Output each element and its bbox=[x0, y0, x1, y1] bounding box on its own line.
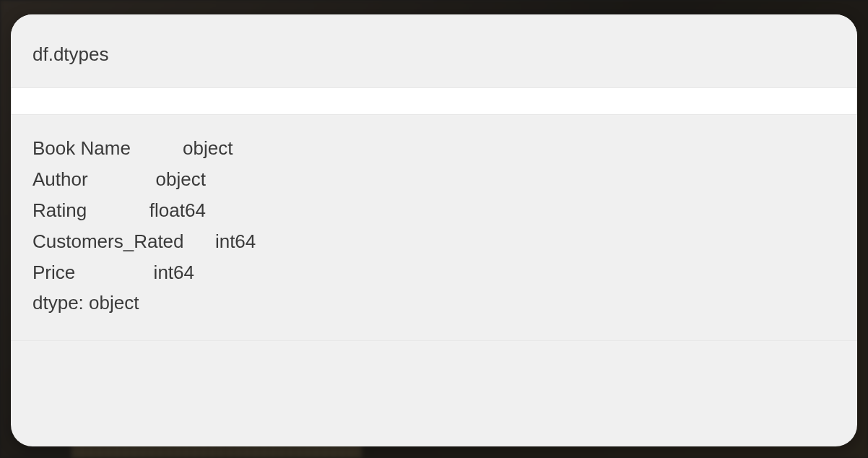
output-row: Author object bbox=[32, 164, 836, 195]
output-col-dtype: object bbox=[183, 137, 233, 159]
code-output-cell: Book Name object Author object Rating fl… bbox=[11, 114, 857, 341]
output-col-dtype: float64 bbox=[149, 199, 206, 221]
output-footer: dtype: object bbox=[32, 288, 836, 319]
card-footer-space bbox=[11, 341, 857, 384]
output-row: Book Name object bbox=[32, 133, 836, 164]
output-row: Rating float64 bbox=[32, 195, 836, 226]
output-row: Price int64 bbox=[32, 257, 836, 288]
output-spacer bbox=[87, 199, 149, 221]
code-input-text: df.dtypes bbox=[32, 43, 836, 66]
output-col-dtype: int64 bbox=[215, 230, 256, 252]
notebook-cell-card: df.dtypes Book Name object Author object… bbox=[11, 14, 857, 446]
output-col-name: Book Name bbox=[32, 137, 131, 159]
cell-separator bbox=[11, 88, 857, 114]
output-spacer bbox=[75, 262, 153, 283]
output-spacer bbox=[184, 230, 215, 252]
output-spacer bbox=[88, 168, 156, 190]
output-col-dtype: int64 bbox=[154, 262, 194, 283]
code-input-cell[interactable]: df.dtypes bbox=[11, 14, 857, 88]
output-row: Customers_Rated int64 bbox=[32, 226, 836, 257]
output-col-name: Customers_Rated bbox=[32, 230, 184, 252]
output-col-name: Rating bbox=[32, 199, 87, 221]
output-col-name: Price bbox=[32, 262, 75, 283]
output-col-name: Author bbox=[32, 168, 88, 190]
output-col-dtype: object bbox=[156, 168, 206, 190]
output-spacer bbox=[131, 137, 183, 159]
